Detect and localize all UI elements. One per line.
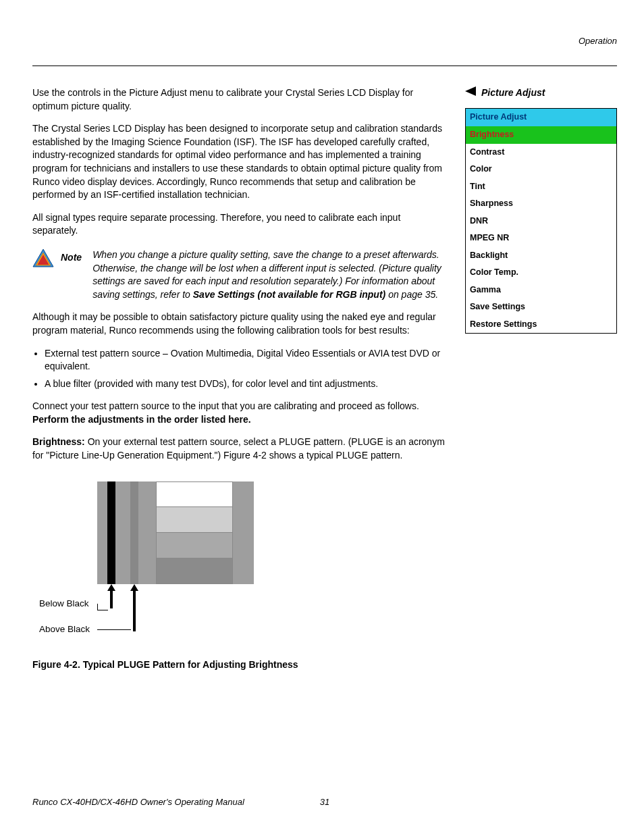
figure-caption: Figure 4-2. Typical PLUGE Pattern for Ad… xyxy=(32,658,446,672)
pluge-stage xyxy=(97,481,254,584)
arrow-below-icon xyxy=(107,584,115,608)
bar-below-black xyxy=(107,481,115,584)
menu-item-gamma: Gamma xyxy=(466,282,616,299)
note-text-b: on page 35. xyxy=(385,289,438,300)
label-above-black: Above Black xyxy=(39,623,90,636)
bar-above-black xyxy=(130,481,138,584)
sidebar-heading: Picture Adjust xyxy=(465,86,617,100)
svg-marker-3 xyxy=(107,584,115,608)
paragraph-connect: Connect your test pattern source to the … xyxy=(32,400,446,426)
menu-item-restore-settings: Restore Settings xyxy=(466,316,616,334)
figure-pluge: Below Black Above Black xyxy=(32,481,255,650)
paragraph-brightness: Brightness: On your external test patter… xyxy=(32,436,446,462)
paragraph-isf: The Crystal Series LCD Display has been … xyxy=(32,122,446,202)
menu-item-save-settings: Save Settings xyxy=(466,298,616,316)
gray-cell-white xyxy=(157,482,232,507)
brightness-label: Brightness: xyxy=(32,436,88,447)
main-content: Use the controls in the Picture Adjust m… xyxy=(32,86,446,671)
arrow-above-icon xyxy=(130,584,138,631)
note-body: When you change a picture quality settin… xyxy=(92,249,446,301)
footer-title: Runco CX-40HD/CX-46HD Owner's Operating … xyxy=(32,796,244,808)
connector-above xyxy=(97,629,131,630)
paragraph-signals: All signal types require separate proces… xyxy=(32,211,446,238)
sidebar-heading-text: Picture Adjust xyxy=(481,86,545,100)
note-block: Note When you change a picture quality s… xyxy=(32,249,446,301)
tools-list: External test pattern source – Ovation M… xyxy=(32,347,446,391)
paragraph-intro: Use the controls in the Picture Adjust m… xyxy=(32,86,446,113)
connect-text: Connect your test pattern source to the … xyxy=(32,400,419,411)
gray-cell-medium xyxy=(157,532,232,558)
svg-marker-5 xyxy=(465,86,476,96)
menu-title: Picture Adjust xyxy=(466,109,616,127)
menu-item-color-temp: Color Temp. xyxy=(466,264,616,282)
paragraph-tools-intro: Although it may be possible to obtain sa… xyxy=(32,311,446,337)
menu-item-contrast: Contrast xyxy=(466,144,616,161)
menu-item-dnr: DNR xyxy=(466,213,616,230)
footer-page-number: 31 xyxy=(320,796,329,808)
connector-below xyxy=(97,604,108,610)
label-below-black: Below Black xyxy=(39,598,89,610)
warning-icon xyxy=(32,249,54,267)
arrow-left-icon xyxy=(465,86,476,100)
gray-cell-light xyxy=(157,506,232,532)
sidebar: Picture Adjust Picture Adjust Brightness… xyxy=(465,86,617,671)
note-text-bold: Save Settings (not available for RGB inp… xyxy=(193,289,385,300)
gray-scale-grid xyxy=(156,481,233,584)
menu-item-brightness: Brightness xyxy=(466,126,616,144)
brightness-text: On your external test pattern source, se… xyxy=(32,436,445,461)
menu-item-color: Color xyxy=(466,161,616,178)
picture-adjust-menu: Picture Adjust Brightness Contrast Color… xyxy=(465,108,617,334)
connect-bold: Perform the adjustments in the order lis… xyxy=(32,414,251,425)
page-footer: Runco CX-40HD/CX-46HD Owner's Operating … xyxy=(32,796,617,808)
list-item: A blue filter (provided with many test D… xyxy=(45,377,446,391)
section-header: Operation xyxy=(579,35,617,47)
header-rule xyxy=(32,66,617,66)
svg-marker-4 xyxy=(130,584,138,631)
menu-item-mpeg-nr: MPEG NR xyxy=(466,230,616,247)
menu-item-tint: Tint xyxy=(466,178,616,196)
note-label: Note xyxy=(61,251,82,265)
menu-item-sharpness: Sharpness xyxy=(466,195,616,213)
menu-item-backlight: Backlight xyxy=(466,247,616,265)
list-item: External test pattern source – Ovation M… xyxy=(45,347,446,373)
gray-cell-dark xyxy=(157,558,232,583)
